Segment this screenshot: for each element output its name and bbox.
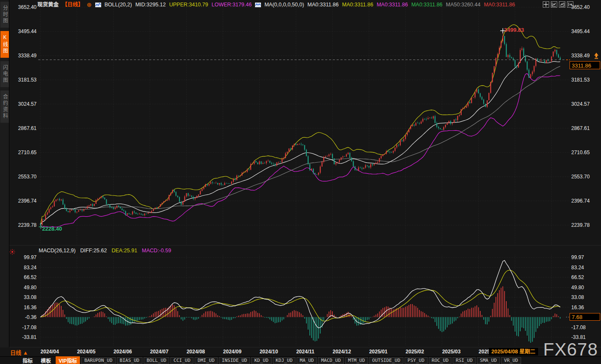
pan-icon[interactable]: [543, 1, 549, 8]
price-axis-label: 3024.57: [571, 101, 596, 107]
price-axis-label: 2710.65: [571, 150, 596, 155]
toolbar-tab-1[interactable]: 指标: [19, 357, 36, 364]
macd-diff: DIFF:25.62: [80, 247, 107, 254]
ma-value: MA0:3311.86: [342, 1, 373, 9]
macd-axis-label: 49.80: [12, 285, 37, 291]
period-tag: 【日线】: [62, 1, 83, 9]
ma-value: MA50:3260.44: [446, 1, 480, 9]
macd-axis-label: 83.24: [571, 265, 596, 271]
boll-name: BOLL(20,2): [105, 1, 132, 9]
price-axis-label: 2396.74: [12, 198, 37, 204]
chart-canvas[interactable]: [0, 0, 601, 364]
boll-mid: MID:3295.12: [135, 1, 166, 9]
price-axis-label: 2239.78: [571, 222, 596, 228]
symbol-name: 现货黄金: [37, 1, 59, 9]
price-axis-label: 3652.40: [12, 4, 37, 10]
price-axis-label: 2710.65: [12, 150, 37, 155]
indicator-button-outside_ud[interactable]: OUTSIDE_UD: [369, 357, 403, 364]
indicator-button-barupdn_ud[interactable]: BARUPDN_UD: [81, 357, 115, 364]
period-selector[interactable]: 日线 ▲: [10, 348, 28, 356]
macd-axis-label: 99.97: [571, 254, 596, 260]
macd-axis-label: 33.08: [12, 294, 37, 300]
price-axis-label: 3181.53: [12, 77, 37, 83]
indicator-button-vr_ud[interactable]: VR_UD: [501, 357, 521, 364]
trading-app-window: 分时图K线图闪电图合约资料 现货黄金 【日线】 ⊕ BOLL(20,2) MID…: [0, 0, 601, 364]
indicator-button-rsi_ud[interactable]: RSI_UD: [453, 357, 476, 364]
crosshair-date-tooltip: 2025/04/08 星期二: [489, 348, 538, 356]
price-axis-label: 3495.44: [12, 28, 37, 34]
price-axis-label: 2396.74: [571, 198, 596, 204]
sidebar-item-3[interactable]: 闪电图: [0, 61, 9, 87]
date-axis-label: 2025/01: [369, 349, 387, 355]
sidebar-item-1[interactable]: 分时图: [0, 2, 9, 28]
session-low-label: 2228.40: [42, 226, 62, 232]
macd-value-box: 7.68: [570, 313, 600, 321]
ma-value: MA0:3311.86: [377, 1, 408, 9]
ma-name: MA(0,0,0,0,50,0): [264, 1, 304, 9]
macd-axis-label: 33.08: [571, 294, 596, 300]
ma-value: MA0:3311.86: [307, 1, 338, 9]
date-axis-label: 2024/05: [77, 349, 95, 355]
add-indicator-icon[interactable]: ⊕: [87, 1, 92, 9]
last-price-box: 3311.86: [570, 61, 600, 69]
price-axis-label: 2553.70: [12, 174, 37, 180]
bottom-toolbar: 指标模板VIP指标BARUPDN_UDBIAS_UDBOLL_UDCCI_UDD…: [0, 356, 601, 364]
ma-values: MA0:3311.86MA0:3311.86MA0:3311.86MA0:331…: [307, 1, 515, 9]
ma-value: MA0:3311.86: [484, 1, 515, 9]
indicator-button-cci_ud[interactable]: CCI_UD: [170, 357, 193, 364]
macd-axis-label: 83.24: [12, 265, 37, 271]
toolbar-tab-2[interactable]: 模板: [37, 357, 54, 364]
macd-axis-label: -17.08: [571, 324, 596, 330]
axis-right-icon[interactable]: [559, 1, 565, 8]
boll-lower: LOWER:3179.46: [212, 1, 252, 9]
date-axis-label: 2025/02: [405, 349, 424, 355]
indicator-button-dmi_ud[interactable]: DMI_UD: [195, 357, 218, 364]
date-axis-label: 2024/11: [296, 349, 315, 355]
macd-axis-label: -33.81: [12, 334, 37, 340]
indicator-button-kdj_ud[interactable]: KDJ_UD: [273, 357, 296, 364]
sidebar-item-4[interactable]: 合约资料: [0, 90, 9, 123]
date-axis-label: 2024/10: [260, 349, 278, 355]
indicator-button-bias_ud[interactable]: BIAS_UD: [117, 357, 142, 364]
date-axis-label: 2025/03: [442, 349, 460, 355]
boll-mini-icon: [95, 3, 101, 7]
price-alert-arrow-icon[interactable]: [593, 53, 599, 59]
indicator-button-inside_ud[interactable]: INSIDE_UD: [219, 357, 250, 364]
vip-indicator-button[interactable]: VIP指标: [56, 356, 80, 364]
price-axis-label: 3495.44: [571, 28, 596, 34]
price-axis-label: 2239.78: [12, 222, 37, 228]
axis-divider: [9, 347, 601, 347]
indicator-button-mtm_ud[interactable]: MTM_UD: [345, 357, 368, 364]
date-axis-label: 2024/04: [40, 349, 59, 355]
macd-axis-label: 99.97: [12, 254, 37, 260]
indicator-button-boll_ud[interactable]: BOLL_UD: [144, 357, 169, 364]
axis-left-icon[interactable]: [551, 1, 557, 8]
panel-divider: [9, 245, 601, 245]
macd-axis-label: 66.52: [12, 274, 37, 280]
indicator-button-ma_ud[interactable]: MA_UD: [297, 357, 317, 364]
date-axis-label: 2024/12: [332, 349, 351, 355]
price-axis-label: 3181.53: [571, 77, 596, 83]
sidebar-item-2[interactable]: K线图: [0, 31, 9, 58]
macd-dea: DEA:25.91: [111, 247, 137, 254]
indicator-button-sma_ud[interactable]: SMA_UD: [477, 357, 500, 364]
sidebar: 分时图K线图闪电图合约资料: [0, 0, 9, 347]
window-icons: [543, 1, 573, 8]
macd-axis-label: -17.08: [12, 324, 37, 330]
macd-axis-label: 16.36: [571, 305, 596, 310]
price-axis-label: 2867.61: [12, 125, 37, 131]
price-axis-label: 2553.70: [571, 174, 596, 180]
indicator-button-kd_ud[interactable]: KD_UD: [251, 357, 271, 364]
date-axis-label: 2024/09: [223, 349, 241, 355]
macd-macd: MACD:-0.59: [142, 247, 171, 254]
indicator-button-roc_ud[interactable]: ROC_UD: [429, 357, 452, 364]
session-high-label: 3499.83: [504, 27, 524, 33]
macd-title: MACD(26,12,9): [39, 247, 76, 254]
price-axis-label: 2867.61: [571, 125, 596, 131]
ma-value: MA0:3311.86: [411, 1, 442, 9]
price-axis-label: 3338.49: [571, 53, 596, 59]
indicator-settings-icon[interactable]: [9, 249, 15, 255]
macd-axis-label: 16.36: [12, 305, 37, 310]
indicator-button-macd_ud[interactable]: MACD_UD: [318, 357, 343, 364]
indicator-button-psy_ud[interactable]: PSY_UD: [405, 357, 428, 364]
